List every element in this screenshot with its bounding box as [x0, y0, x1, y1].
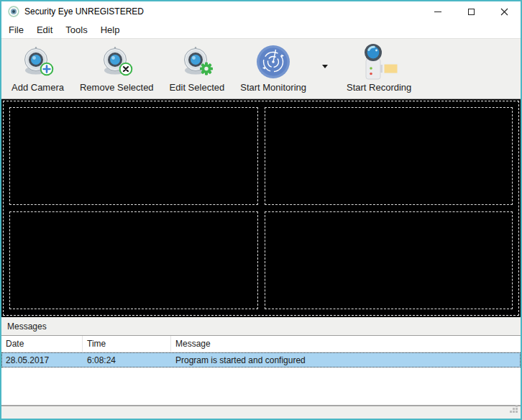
remove-selected-button[interactable]: Remove Selected [80, 43, 154, 93]
menu-help[interactable]: Help [94, 23, 127, 37]
column-header-message[interactable]: Message [171, 336, 521, 352]
webcam-add-icon [21, 43, 54, 81]
statusbar [1, 405, 521, 419]
camcorder-icon [358, 43, 400, 81]
tool-label: Add Camera [12, 82, 64, 93]
menu-edit[interactable]: Edit [30, 23, 59, 37]
messages-list: Date Time Message 28.05.2017 6:08:24 Pro… [1, 335, 521, 405]
gear-icon [200, 63, 213, 76]
messages-list-body: 28.05.2017 6:08:24 Program is started an… [1, 352, 521, 405]
tool-label: Start Recording [347, 82, 411, 93]
camera-grid-frame [3, 101, 519, 316]
menu-tools[interactable]: Tools [59, 23, 93, 37]
menu-file[interactable]: File [2, 23, 30, 37]
monitoring-dropdown-button[interactable] [322, 47, 328, 85]
resize-grip-icon[interactable] [509, 403, 518, 416]
webcam-edit-icon [180, 43, 214, 81]
menubar: File Edit Tools Help [1, 22, 521, 38]
window-controls [421, 1, 521, 22]
camera-view-area [1, 99, 521, 317]
app-window: Security Eye UNREGISTERED File Edit Tool… [0, 0, 522, 420]
camera-panel-1[interactable] [9, 107, 258, 205]
tool-label: Start Monitoring [240, 82, 306, 93]
chevron-down-icon [322, 65, 328, 68]
column-header-date[interactable]: Date [1, 336, 83, 352]
start-recording-button[interactable]: Start Recording [347, 43, 411, 93]
minimize-button[interactable] [421, 1, 454, 22]
message-date: 28.05.2017 [1, 352, 83, 368]
minimize-icon [434, 12, 441, 12]
tool-label: Remove Selected [80, 82, 154, 93]
add-camera-button[interactable]: Add Camera [12, 43, 64, 93]
toolbar: Add Camera Remove Selected [1, 38, 521, 99]
start-monitoring-button[interactable]: Start Monitoring [240, 43, 306, 93]
titlebar: Security Eye UNREGISTERED [1, 1, 521, 22]
message-time: 6:08:24 [83, 352, 171, 368]
edit-selected-button[interactable]: Edit Selected [170, 43, 225, 93]
camera-panel-4[interactable] [265, 211, 513, 309]
camera-panel-2[interactable] [265, 107, 513, 205]
message-row-selected[interactable]: 28.05.2017 6:08:24 Program is started an… [1, 352, 521, 368]
message-text: Program is started and configured [171, 352, 521, 368]
messages-title: Messages [7, 321, 47, 332]
window-title: Security Eye UNREGISTERED [24, 6, 144, 17]
messages-panel-header: Messages [1, 317, 521, 335]
app-eye-icon [8, 6, 19, 17]
camera-panel-3[interactable] [9, 211, 258, 309]
radar-monitoring-icon [255, 43, 291, 81]
webcam-remove-icon [100, 43, 133, 81]
close-button[interactable] [487, 1, 521, 22]
column-header-time[interactable]: Time [83, 336, 171, 352]
messages-list-header: Date Time Message [1, 336, 521, 352]
close-icon [500, 8, 508, 16]
maximize-icon [468, 9, 475, 15]
maximize-button[interactable] [454, 1, 487, 22]
tool-label: Edit Selected [170, 82, 225, 93]
camera-grid [9, 107, 513, 309]
